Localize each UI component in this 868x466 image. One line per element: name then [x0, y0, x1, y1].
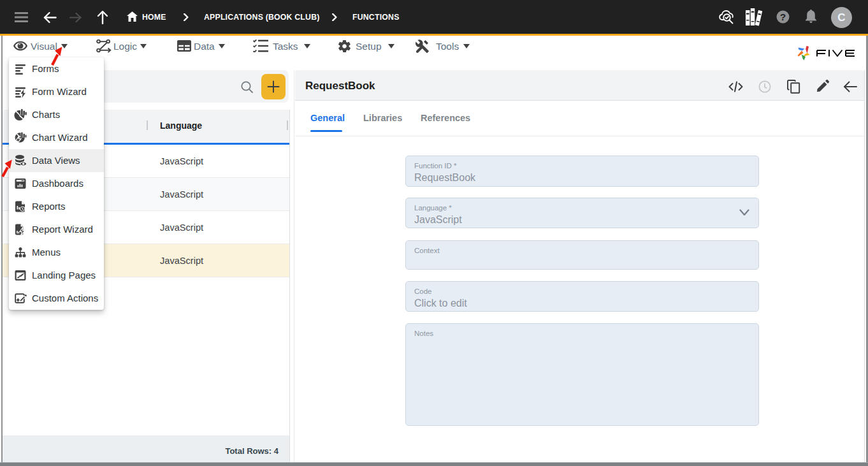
svg-text:?: ?	[780, 11, 786, 22]
